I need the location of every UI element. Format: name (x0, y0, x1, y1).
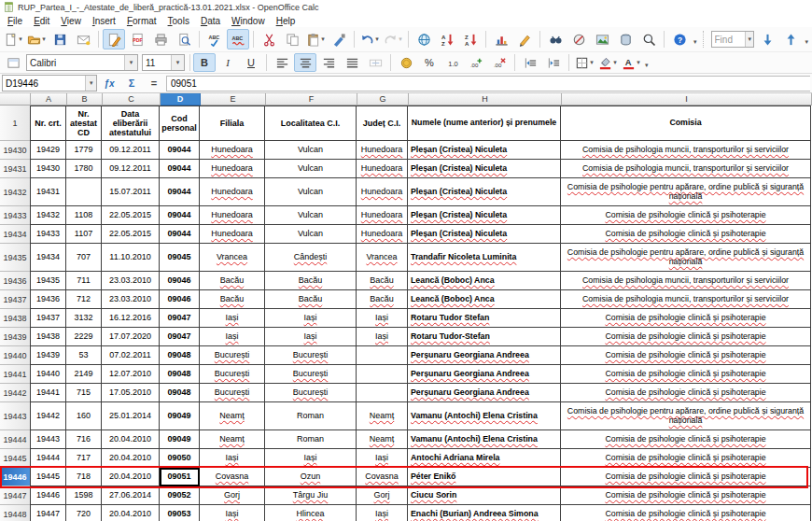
cell-A19432[interactable]: 19431 (30, 178, 66, 206)
cell-F19442[interactable]: București (265, 384, 357, 402)
cell-E19442[interactable]: București (200, 384, 265, 402)
cell-E19444[interactable]: Neamț (200, 430, 265, 449)
cell-C19444[interactable]: 20.04.2010 (102, 430, 160, 449)
cell-C19440[interactable]: 07.02.2011 (102, 346, 160, 365)
cell-E19431[interactable]: Hunedoara (200, 160, 265, 178)
cell-A19442[interactable]: 19441 (30, 384, 66, 402)
hyperlink-button[interactable] (413, 29, 435, 49)
open-button[interactable]: ▾ (25, 29, 48, 49)
cell-A19433[interactable]: 19432 (30, 206, 66, 225)
cell-I19432[interactable]: Comisia de psihologie pentru apărare, or… (561, 178, 811, 206)
row-header-19430[interactable]: 19430 (0, 141, 31, 160)
cell-D19434[interactable]: 09044 (160, 225, 200, 244)
column-header-H[interactable]: H (409, 93, 562, 106)
cell-B19444[interactable]: 716 (66, 430, 102, 449)
cell-F19446[interactable]: Ozun (265, 468, 357, 486)
dropdown-arrow-icon[interactable]: ▾ (590, 59, 594, 66)
dropdown-arrow-icon[interactable]: ▾ (613, 59, 617, 66)
cell-F19439[interactable]: Iași (265, 328, 357, 346)
data-sources-button[interactable] (614, 29, 637, 49)
cell-C19442[interactable]: 17.05.2010 (102, 384, 160, 402)
cell-D19433[interactable]: 09044 (160, 206, 200, 225)
cell-H19430[interactable]: Pleșan (Cristea) Niculeta (408, 141, 561, 160)
cell-I19447[interactable]: Comisia de psihologie clinică și psihote… (561, 486, 811, 505)
cell-F19434[interactable]: Vulcan (265, 225, 357, 244)
help-button[interactable]: ? (668, 29, 691, 49)
cut-button[interactable] (258, 29, 280, 49)
cell-E19445[interactable]: Iași (200, 449, 265, 468)
toolbar-overflow-button[interactable]: ▾ (645, 62, 649, 69)
standard-number-format-button[interactable]: 1.0 (441, 53, 464, 72)
cell-B19435[interactable]: 707 (66, 244, 102, 272)
cell-F19443[interactable]: Roman (265, 402, 357, 430)
row-header-19434[interactable]: 19434 (0, 225, 31, 244)
cell-B19432[interactable] (66, 178, 102, 206)
increase-indent-button[interactable] (542, 53, 565, 72)
cell-G19435[interactable]: Vrancea (357, 244, 408, 272)
cell-E19438[interactable]: Iași (200, 309, 265, 328)
zoom-button[interactable] (637, 29, 660, 49)
cell-H19435[interactable]: Trandafir Nicoleta Luminita (408, 244, 561, 272)
cell-I19434[interactable]: Comisia de psihologie clinică și psihote… (561, 225, 811, 244)
cell-G19433[interactable]: Hunedoara (357, 206, 408, 225)
cell-C19438[interactable]: 16.12.2016 (102, 309, 160, 328)
cell-F19441[interactable]: București (265, 365, 357, 384)
edit-mode-button[interactable] (103, 29, 125, 49)
row-header-19448[interactable]: 19448 (0, 505, 31, 521)
sort-ascending-button[interactable]: AZ (436, 29, 458, 49)
cell-H19447[interactable]: Ciucu Sorin (408, 486, 561, 505)
cell-G19441[interactable] (357, 365, 408, 384)
cell-F19436[interactable]: Bacău (265, 272, 357, 290)
cell-B19434[interactable]: 1107 (66, 225, 102, 244)
page-preview-button[interactable] (173, 29, 195, 49)
chevron-down-icon[interactable]: ▾ (745, 32, 754, 47)
cell-I19431[interactable]: Comisia de psihologia muncii, transportu… (561, 160, 811, 178)
cell-G19445[interactable]: Iași (357, 449, 408, 468)
function-button[interactable]: = (143, 73, 165, 93)
header-cell-I[interactable]: Comisia (561, 106, 811, 141)
cell-I19438[interactable]: Comisia de psihologie clinică și psihote… (561, 309, 811, 328)
cell-D19446[interactable]: 09051 (160, 468, 200, 486)
justified-button[interactable] (341, 53, 363, 72)
cell-C19445[interactable]: 20.04.2010 (102, 449, 160, 468)
cell-G19448[interactable]: Iași (357, 505, 408, 521)
cell-F19430[interactable]: Vulcan (265, 141, 357, 160)
cell-C19431[interactable]: 09.12.2011 (102, 160, 160, 178)
cell-C19434[interactable]: 22.05.2015 (102, 225, 160, 244)
spellcheck-button[interactable]: ABC (203, 29, 226, 49)
cell-G19431[interactable]: Hunedoara (357, 160, 408, 178)
cell-C19441[interactable]: 12.07.2010 (102, 365, 160, 384)
row-header-19447[interactable]: 19447 (0, 486, 31, 505)
cell-D19431[interactable]: 09044 (160, 160, 200, 178)
cell-E19441[interactable]: București (200, 365, 265, 384)
cell-G19437[interactable]: Bacău (357, 290, 408, 309)
cell-I19437[interactable]: Comisia de psihologia muncii, transportu… (561, 290, 811, 309)
paste-button[interactable]: ▾ (304, 29, 327, 49)
chevron-down-icon[interactable]: ▾ (124, 55, 137, 70)
row-header-19443[interactable]: 19443 (0, 402, 31, 430)
cell-G19432[interactable]: Hunedoara (357, 178, 408, 206)
print-button[interactable] (149, 29, 172, 49)
header-cell-A[interactable]: Nr. crt. (30, 106, 66, 141)
dropdown-arrow-icon[interactable]: ▾ (637, 59, 640, 66)
align-left-button[interactable] (271, 53, 293, 72)
cell-I19442[interactable]: Comisia de psihologie clinică și psihote… (561, 384, 811, 402)
cell-B19431[interactable]: 1780 (66, 160, 102, 178)
cell-A19447[interactable]: 19446 (30, 486, 66, 505)
cell-B19446[interactable]: 718 (66, 468, 102, 486)
column-header-B[interactable]: B (67, 93, 103, 106)
cell-E19432[interactable]: Hunedoara (200, 178, 265, 206)
auto-spellcheck-button[interactable]: ABC (227, 29, 249, 49)
dropdown-arrow-icon[interactable]: ▾ (42, 35, 46, 43)
find-previous-button[interactable] (779, 29, 802, 49)
column-header-D[interactable]: D (161, 93, 201, 106)
menu-file[interactable]: File (2, 16, 28, 26)
cell-H19448[interactable]: Enachi (Burian) Andreea Simona (408, 505, 561, 521)
menu-edit[interactable]: Edit (28, 16, 55, 26)
cell-H19439[interactable]: Rotaru Tudor-Stefan (408, 328, 561, 346)
cell-H19444[interactable]: Vamanu (Antochi) Elena Cristina (408, 430, 561, 449)
cell-A19437[interactable]: 19436 (30, 290, 66, 309)
cell-D19437[interactable]: 09046 (160, 290, 200, 309)
cell-E19434[interactable]: Hunedoara (200, 225, 265, 244)
cell-E19433[interactable]: Hunedoara (200, 206, 265, 225)
